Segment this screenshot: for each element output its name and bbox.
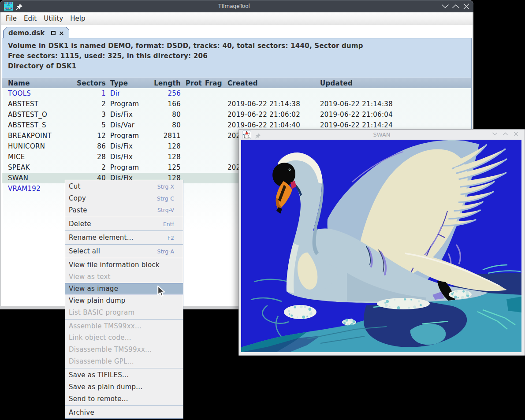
cell-sectors: 5 [74,120,106,130]
context-menu-item-view-file-information-block[interactable]: View file information block [65,259,183,271]
context-menu: CutStrg-XCopyStrg-CPasteStrg-VDeleteEntf… [65,180,183,419]
cell-sectors: 1 [74,88,106,99]
swan-window-controls [491,130,519,140]
menu-item-label: Disassemble TMS99xx... [69,346,174,353]
minimize-button[interactable] [440,1,450,11]
context-menu-item-paste[interactable]: PasteStrg-V [65,204,183,216]
menu-item-label: Copy [69,194,157,202]
menubar-item-file[interactable]: File [2,13,20,24]
tab-detach-icon[interactable] [51,29,56,37]
window-controls [440,0,471,12]
cell-created: 2019-06-22 21:14:38 [227,99,318,109]
menu-item-label: List BASIC program [69,308,174,316]
cell-type: Dis/Fix [110,152,152,162]
column-header-frag[interactable]: Frag [205,78,225,89]
volume-info-panel: Volume in DSK1 is named DEMO, format: DS… [2,38,471,78]
menu-item-label: View file information block [69,261,174,269]
table-row-tools[interactable]: TOOLS1Dir256 [2,88,471,99]
cell-updated: 2019-06-22 21:06:04 [320,109,410,120]
cell-type: Dir [110,88,152,99]
menu-item-label: Save as plain dump... [69,383,174,391]
context-menu-item-save-as-plain-dump[interactable]: Save as plain dump... [65,381,183,393]
column-header-name[interactable]: Name [8,78,74,89]
tab-demo-dsk[interactable]: demo.dsk [3,27,69,38]
cell-name: ABSTEST_O [8,109,74,120]
menu-item-label: Archive [69,409,174,416]
cell-sectors: 28 [74,152,106,162]
context-menu-item-cut[interactable]: CutStrg-X [65,181,183,193]
mouse-cursor [156,285,166,299]
table-row-abstest[interactable]: ABSTEST2Program1662019-06-22 21:14:38201… [2,99,471,109]
swan-window-title: SWAN [239,130,525,140]
swan-titlebar[interactable]: SWAN [239,130,525,140]
table-row-abstest_o[interactable]: ABSTEST_O3Dis/Fix802019-06-22 21:06:0220… [2,109,471,120]
column-header-prot[interactable]: Prot [186,78,203,89]
cell-name: TOOLS [8,88,74,99]
menu-item-label: Paste [69,206,157,214]
menubar-item-utility[interactable]: Utility [40,13,67,24]
context-menu-item-view-as-text: View as text [65,271,183,283]
cell-name: BREAKPOINT [8,130,74,141]
menu-item-label: Rename element... [69,234,168,242]
menubar-item-help[interactable]: Help [67,13,89,24]
context-menu-item-save-as-tifiles[interactable]: Save as TIFILES... [65,369,183,381]
cell-type: Program [110,162,152,173]
cell-length: 256 [148,88,181,99]
cell-sectors: 3 [74,109,106,120]
cell-length: 166 [148,99,181,109]
context-menu-item-rename-element[interactable]: Rename element...F2 [65,232,183,244]
column-header-updated[interactable]: Updated [320,78,410,89]
cell-name: SWAN [8,173,74,183]
cell-length: 80 [148,109,181,120]
main-titlebar[interactable]: TIImageTool [0,0,473,12]
cell-length: 125 [148,162,181,173]
cell-length: 128 [148,141,181,152]
cell-sectors: 12 [74,130,106,141]
column-header-length[interactable]: Length [148,78,181,89]
cell-name: SPEAK [8,162,74,173]
context-menu-item-delete[interactable]: DeleteEntf [65,218,183,230]
tab-close-icon[interactable] [60,29,63,37]
cell-type: Dis/Fix [110,109,152,120]
swan-close-button[interactable] [513,130,519,139]
cell-updated [320,88,410,99]
menu-item-shortcut: Entf [163,221,174,227]
swan-minimize-button[interactable] [491,130,498,139]
menu-item-label: Select all [69,247,157,255]
cell-updated: 2019-06-22 21:14:38 [320,99,410,109]
menu-item-label: Disassemble GPL... [69,357,174,365]
context-menu-item-send-to-remote[interactable]: Send to remote... [65,393,183,405]
context-menu-item-list-basic-program: List BASIC program [65,306,183,318]
context-menu-item-select-all[interactable]: Select allStrg-A [65,245,183,257]
menu-item-shortcut: Strg-A [157,248,174,255]
menu-item-label: Save as TIFILES... [69,371,174,379]
maximize-button[interactable] [451,1,461,11]
column-header-created[interactable]: Created [227,78,318,89]
menubar-item-edit[interactable]: Edit [20,13,40,24]
menu-item-shortcut: Strg-V [157,207,174,213]
cell-name: VRAM192 [8,183,74,194]
context-menu-item-link-object-code: Link object code... [65,332,183,344]
cell-sectors: 2 [74,99,106,109]
close-button[interactable] [462,1,471,11]
menu-item-label: Link object code... [69,334,174,342]
column-header-sectors[interactable]: Sectors [74,78,106,89]
cell-length: 2811 [148,130,181,141]
table-header: NameSectorsTypeLengthProtFragCreatedUpda… [2,78,471,88]
cell-type: Dis/Fix [110,141,152,152]
context-menu-item-assemble-tms99xx: Assemble TMS99xx... [65,320,183,332]
cell-length: 128 [148,152,181,162]
context-menu-item-copy[interactable]: CopyStrg-C [65,193,183,204]
cell-name: HUNICORN [8,141,74,152]
menu-item-label: Send to remote... [69,395,174,403]
tab-demo-dsk-inner[interactable]: demo.dsk [4,27,69,38]
cell-created [227,88,318,99]
volume-info-line: Directory of DSK1 [8,61,471,71]
column-header-type[interactable]: Type [110,78,152,89]
menu-item-label: View as text [69,273,174,281]
menubar: FileEditUtilityHelp [1,12,473,25]
context-menu-item-archive[interactable]: Archive [65,406,183,418]
cell-name: ABSTEST [8,99,74,109]
swan-maximize-button[interactable] [502,130,509,139]
cell-type: Program [110,99,152,109]
